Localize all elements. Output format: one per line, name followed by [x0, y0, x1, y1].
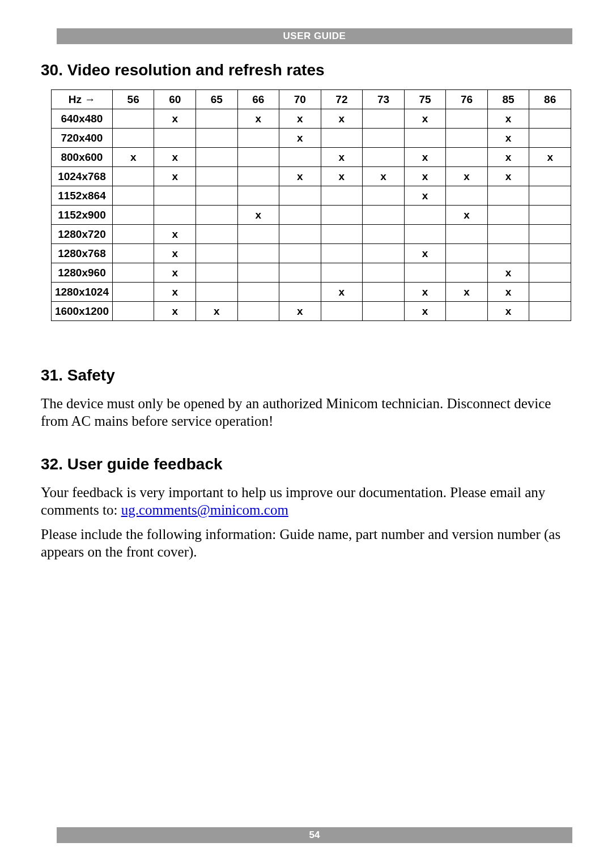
support-cell: [237, 302, 279, 321]
support-cell: [196, 129, 237, 148]
support-cell: [321, 206, 363, 225]
resolution-cell: 800x600: [52, 148, 113, 167]
support-cell: x: [112, 148, 154, 167]
col-86: 86: [529, 90, 571, 109]
support-cell: x: [404, 302, 446, 321]
support-cell: [529, 109, 571, 129]
support-cell: [112, 186, 154, 206]
support-cell: x: [237, 206, 279, 225]
header-label: USER GUIDE: [283, 31, 346, 42]
col-66: 66: [237, 90, 279, 109]
support-cell: x: [446, 206, 488, 225]
support-cell: [154, 206, 196, 225]
support-cell: [279, 283, 321, 302]
support-cell: [529, 263, 571, 283]
col-76: 76: [446, 90, 488, 109]
support-cell: x: [321, 109, 363, 129]
support-cell: [237, 129, 279, 148]
support-cell: x: [404, 148, 446, 167]
table-row: 1152x864x: [52, 186, 571, 206]
support-cell: x: [404, 244, 446, 263]
support-cell: [363, 186, 405, 206]
support-cell: [196, 225, 237, 244]
table-row: 800x600xxxxxx: [52, 148, 571, 167]
table-row: 1600x1200xxxxx: [52, 302, 571, 321]
support-cell: [446, 225, 488, 244]
support-cell: x: [321, 167, 363, 186]
support-cell: x: [279, 129, 321, 148]
support-cell: x: [279, 167, 321, 186]
support-cell: x: [154, 225, 196, 244]
support-cell: [237, 263, 279, 283]
table-row: 1280x960xx: [52, 263, 571, 283]
footer-bar: 54: [57, 827, 572, 843]
resolution-cell: 640x480: [52, 109, 113, 129]
support-cell: [363, 244, 405, 263]
feedback-email-link[interactable]: ug.comments@minicom.com: [121, 502, 288, 518]
support-cell: x: [487, 283, 529, 302]
resolution-cell: 1280x1024: [52, 283, 113, 302]
support-cell: [487, 206, 529, 225]
support-cell: [487, 244, 529, 263]
support-cell: x: [404, 283, 446, 302]
support-cell: [196, 244, 237, 263]
support-cell: [237, 167, 279, 186]
support-cell: x: [529, 148, 571, 167]
support-cell: x: [279, 109, 321, 129]
resolution-cell: 1152x864: [52, 186, 113, 206]
support-cell: [154, 129, 196, 148]
support-cell: x: [487, 263, 529, 283]
support-cell: [237, 186, 279, 206]
support-cell: [237, 225, 279, 244]
resolution-cell: 1280x768: [52, 244, 113, 263]
support-cell: [529, 225, 571, 244]
support-cell: [112, 244, 154, 263]
support-cell: x: [404, 186, 446, 206]
table-row: 640x480xxxxxx: [52, 109, 571, 129]
support-cell: [404, 225, 446, 244]
support-cell: [404, 263, 446, 283]
support-cell: [112, 302, 154, 321]
support-cell: [196, 167, 237, 186]
col-72: 72: [321, 90, 363, 109]
support-cell: [321, 186, 363, 206]
support-cell: [112, 129, 154, 148]
support-cell: [112, 206, 154, 225]
support-cell: [446, 302, 488, 321]
support-cell: x: [321, 148, 363, 167]
support-cell: [446, 109, 488, 129]
table-row: 1280x720x: [52, 225, 571, 244]
support-cell: [363, 302, 405, 321]
support-cell: [404, 206, 446, 225]
support-cell: [446, 148, 488, 167]
col-70: 70: [279, 90, 321, 109]
support-cell: [196, 148, 237, 167]
page-content: 30. Video resolution and refresh rates H…: [0, 61, 612, 561]
support-cell: x: [279, 302, 321, 321]
support-cell: [529, 129, 571, 148]
support-cell: [446, 263, 488, 283]
page-number: 54: [309, 829, 320, 841]
support-cell: x: [196, 302, 237, 321]
col-56: 56: [112, 90, 154, 109]
support-cell: [363, 129, 405, 148]
resolution-cell: 1152x900: [52, 206, 113, 225]
support-cell: [363, 206, 405, 225]
support-cell: [363, 225, 405, 244]
section-31-body: The device must only be opened by an aut…: [41, 395, 572, 430]
resolution-cell: 1280x720: [52, 225, 113, 244]
col-73: 73: [363, 90, 405, 109]
resolution-cell: 1600x1200: [52, 302, 113, 321]
support-cell: [446, 129, 488, 148]
support-cell: [112, 283, 154, 302]
header-bar: USER GUIDE: [57, 28, 572, 44]
support-cell: x: [487, 167, 529, 186]
hz-label-cell: Hz →: [52, 90, 113, 109]
support-cell: [112, 167, 154, 186]
support-cell: [321, 302, 363, 321]
support-cell: x: [321, 283, 363, 302]
support-cell: [154, 186, 196, 206]
support-cell: [279, 263, 321, 283]
section-32-title: 32. User guide feedback: [41, 455, 572, 473]
support-cell: [279, 244, 321, 263]
